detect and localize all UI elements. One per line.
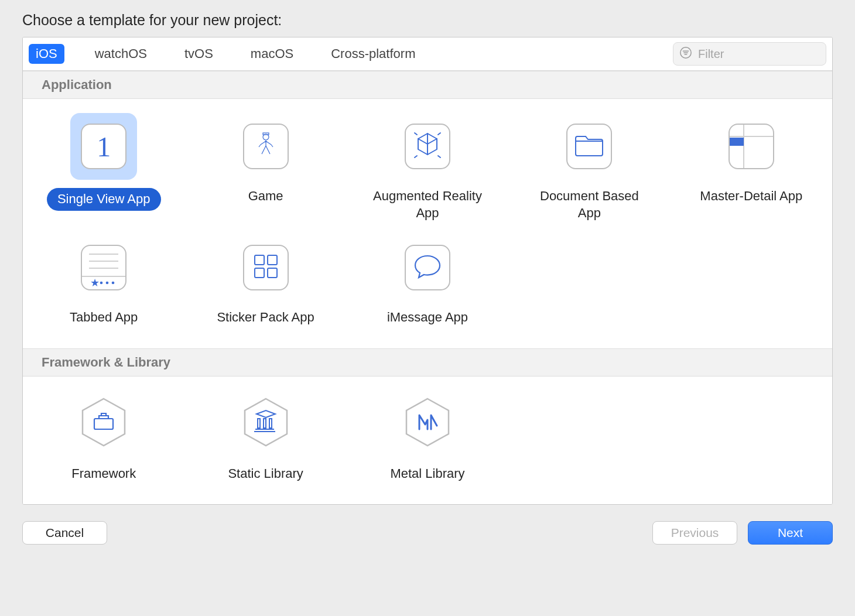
section-header-application: Application <box>23 71 832 99</box>
template-framework[interactable]: Framework <box>23 382 184 487</box>
tabbed-icon: ★ <box>82 246 125 289</box>
metal-hexagon-icon <box>401 395 454 452</box>
svg-point-13 <box>106 282 109 285</box>
tab-macos[interactable]: macOS <box>244 44 300 64</box>
template-label: Framework <box>71 466 136 482</box>
dialog-footer: Cancel Previous Next <box>22 505 833 545</box>
template-static-library[interactable]: Static Library <box>184 382 346 487</box>
template-label: Augmented Reality App <box>366 188 489 221</box>
filter-input[interactable] <box>698 47 833 61</box>
template-sticker-pack-app[interactable]: Sticker Pack App <box>184 226 346 331</box>
framework-hexagon-icon <box>77 395 131 452</box>
application-grid: 1 Single View App Game Augmented Reality… <box>23 99 832 348</box>
template-label: Static Library <box>228 466 303 482</box>
single-view-icon: 1 <box>97 131 111 163</box>
template-document-based-app[interactable]: Document Based App <box>508 105 670 226</box>
tab-ios[interactable]: iOS <box>29 44 64 64</box>
template-game[interactable]: Game <box>184 105 346 226</box>
template-label: Metal Library <box>390 466 464 482</box>
tab-watchos[interactable]: watchOS <box>88 44 154 64</box>
template-label: Tabbed App <box>70 309 138 326</box>
template-augmented-reality-app[interactable]: Augmented Reality App <box>347 105 508 226</box>
previous-button[interactable]: Previous <box>652 521 737 545</box>
filter-field[interactable] <box>673 42 826 66</box>
svg-point-12 <box>100 282 103 285</box>
template-label: Sticker Pack App <box>217 309 314 326</box>
section-header-framework-library: Framework & Library <box>23 348 832 377</box>
sticker-grid-icon <box>252 253 279 283</box>
template-label: iMessage App <box>387 309 468 326</box>
svg-rect-17 <box>255 268 264 278</box>
template-tabbed-app[interactable]: ★ Tabbed App <box>23 226 184 331</box>
svg-rect-18 <box>268 268 277 278</box>
speech-bubble-icon <box>413 253 442 283</box>
next-button[interactable]: Next <box>748 521 833 545</box>
svg-marker-19 <box>83 399 125 446</box>
template-label: Game <box>248 188 283 205</box>
dialog-title: Choose a template for your new project: <box>22 12 833 29</box>
template-single-view-app[interactable]: 1 Single View App <box>23 105 184 226</box>
svg-text:★: ★ <box>90 277 100 289</box>
filter-icon <box>679 46 692 62</box>
template-master-detail-app[interactable]: Master-Detail App <box>671 105 832 226</box>
template-label: Single View App <box>47 188 161 211</box>
tab-cross-platform[interactable]: Cross-platform <box>324 44 422 64</box>
platform-tabs: iOS watchOS tvOS macOS Cross-platform <box>29 44 422 64</box>
platform-toolbar: iOS watchOS tvOS macOS Cross-platform <box>23 37 832 71</box>
template-chooser-panel: iOS watchOS tvOS macOS Cross-platform Ap… <box>22 37 833 505</box>
game-icon <box>251 131 281 163</box>
framework-grid: Framework Static Library Metal Library <box>23 377 832 505</box>
tab-tvos[interactable]: tvOS <box>177 44 220 64</box>
svg-rect-16 <box>268 255 277 265</box>
cancel-button[interactable]: Cancel <box>22 521 107 545</box>
master-detail-icon <box>730 125 773 168</box>
folder-icon <box>573 132 605 161</box>
template-label: Master-Detail App <box>700 188 802 205</box>
svg-rect-15 <box>255 255 264 265</box>
template-metal-library[interactable]: Metal Library <box>347 382 508 487</box>
template-label: Document Based App <box>528 188 651 221</box>
static-library-hexagon-icon <box>239 395 293 452</box>
svg-rect-6 <box>730 138 744 146</box>
template-imessage-app[interactable]: iMessage App <box>347 226 508 331</box>
svg-point-14 <box>112 282 115 285</box>
ar-cube-icon <box>411 129 444 165</box>
